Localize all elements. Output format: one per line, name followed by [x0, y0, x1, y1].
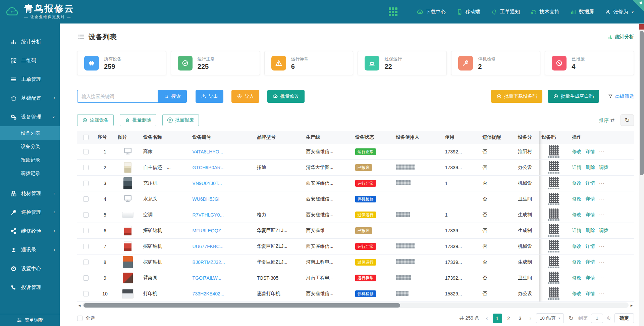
menu-adjust-button[interactable]: 菜单调整 — [0, 314, 60, 326]
search-input[interactable] — [77, 90, 158, 103]
user-menu[interactable]: 张修为 ∨ — [605, 9, 634, 15]
apps-grid-icon[interactable] — [389, 7, 397, 16]
next-page-button[interactable]: › — [528, 315, 533, 322]
row-checkbox[interactable] — [83, 196, 89, 202]
sidebar-item-二维码[interactable]: 二维码 — [0, 51, 60, 70]
device-code-link[interactable]: V4TA8LHYO... — [193, 149, 223, 154]
sidebar-item-维修经验[interactable]: 维修经验‹ — [0, 222, 60, 240]
stat-card-运行异常[interactable]: 运行异常6 — [264, 51, 354, 75]
op-删除[interactable]: 删除 — [586, 228, 595, 233]
topnav-item-数据屏[interactable]: 数据屏 — [570, 9, 594, 15]
device-photo-photo-drill[interactable] — [124, 241, 132, 251]
header-checkbox[interactable] — [83, 135, 89, 140]
scroll-left-arrow[interactable]: ◂ — [77, 303, 82, 308]
device-photo-photo-drill[interactable] — [124, 226, 132, 236]
more-actions-button[interactable]: ··· — [599, 196, 605, 201]
batch-scrap-button[interactable]: 废 批量报废 — [162, 114, 199, 126]
device-qrcode[interactable] — [548, 224, 560, 237]
goto-page-input[interactable] — [591, 314, 603, 323]
sidebar-item-基础配置[interactable]: 基础配置‹ — [0, 89, 60, 107]
add-device-button[interactable]: 添加设备 — [77, 114, 114, 126]
stat-card-过保运行[interactable]: 过保运行22 — [358, 51, 447, 75]
scroll-right-arrow[interactable]: ▸ — [629, 303, 634, 308]
device-qrcode[interactable] — [548, 287, 560, 300]
sidebar-subitem-设备分类[interactable]: 设备分类 — [0, 140, 60, 153]
device-qrcode[interactable] — [548, 272, 560, 284]
device-photo-photo-pump[interactable] — [123, 273, 133, 283]
sidebar-subitem-报废记录[interactable]: 报废记录 — [0, 153, 60, 167]
refresh-list-button[interactable]: ↻ — [569, 315, 574, 322]
row-checkbox[interactable] — [83, 228, 89, 233]
device-qrcode[interactable] — [548, 161, 560, 174]
device-code-link[interactable]: BJ0RTMZJ32... — [193, 260, 225, 265]
batch-generate-codes-button[interactable]: 批量生成空白码 — [548, 90, 599, 103]
op-修改[interactable]: 修改 — [572, 149, 582, 154]
device-qrcode[interactable] — [548, 208, 560, 221]
device-code-link[interactable]: WU6DH5JGI — [193, 196, 220, 202]
op-详情[interactable]: 详情 — [586, 180, 595, 186]
refresh-table-button[interactable]: ↻ — [621, 114, 634, 126]
op-详情[interactable]: 详情 — [586, 196, 595, 201]
hscroll-thumb[interactable] — [84, 303, 400, 308]
op-修改[interactable]: 修改 — [572, 212, 582, 217]
row-checkbox[interactable] — [83, 244, 89, 249]
export-button[interactable]: 导出 — [196, 90, 223, 103]
page-size-select[interactable]: 10 条/页 ▾ — [536, 313, 564, 323]
more-actions-button[interactable]: ··· — [599, 212, 605, 217]
import-button[interactable]: 导入 — [231, 90, 259, 103]
topnav-item-移动端[interactable]: 移动端 — [457, 9, 480, 15]
hscroll-track[interactable] — [83, 302, 629, 308]
device-photo-photo-light[interactable] — [124, 162, 131, 173]
row-checkbox[interactable] — [83, 260, 89, 265]
op-详情[interactable]: 详情 — [586, 275, 595, 280]
topnav-item-工单通知[interactable]: 工单通知 — [491, 9, 520, 15]
op-修改[interactable]: 修改 — [572, 259, 582, 265]
sidebar-item-投诉管理[interactable]: 投诉管理 — [0, 278, 60, 297]
sort-link[interactable]: 排序⇄ — [599, 117, 614, 124]
more-actions-button[interactable]: ··· — [599, 243, 605, 249]
device-photo-photo-ac[interactable] — [122, 212, 133, 218]
row-checkbox[interactable] — [83, 165, 89, 170]
search-button[interactable]: 搜索 — [158, 90, 187, 103]
more-actions-button[interactable]: ··· — [599, 149, 605, 154]
row-checkbox[interactable] — [83, 149, 89, 154]
device-code-link[interactable]: TGOI7AILW... — [193, 275, 221, 281]
device-qrcode[interactable] — [548, 256, 560, 268]
device-code-link[interactable]: R7VFHLGY0... — [193, 212, 224, 218]
row-checkbox[interactable] — [83, 212, 89, 218]
op-详情[interactable]: 详情 — [586, 212, 595, 217]
topnav-item-技术支持[interactable]: 技术支持 — [531, 9, 559, 15]
row-checkbox[interactable] — [83, 181, 89, 186]
more-actions-button[interactable]: ··· — [599, 291, 605, 296]
stat-card-运行正常[interactable]: 运行正常225 — [171, 51, 260, 75]
device-code-link[interactable]: MFR9LEQQZ... — [193, 228, 225, 233]
op-修改[interactable]: 修改 — [572, 275, 582, 280]
select-all-checkbox[interactable] — [77, 316, 83, 321]
sidebar-item-通讯录[interactable]: 通讯录‹ — [0, 240, 60, 259]
op-详情[interactable]: 详情 — [572, 228, 582, 233]
device-photo-photo-printer[interactable] — [122, 289, 133, 298]
stat-card-所有设备[interactable]: 所有设备259 — [77, 51, 166, 75]
sidebar-item-耗材管理[interactable]: 耗材管理‹ — [0, 184, 60, 203]
device-qrcode[interactable] — [548, 177, 560, 189]
device-code-link[interactable]: UU677FKBC... — [193, 244, 224, 249]
op-删除[interactable]: 删除 — [586, 165, 595, 170]
op-修改[interactable]: 修改 — [572, 180, 582, 186]
topnav-item-下载中心[interactable]: 下载中心 — [417, 9, 446, 15]
prev-page-button[interactable]: ‹ — [485, 315, 489, 322]
stats-analysis-link[interactable]: 统计分析 — [607, 34, 634, 40]
advanced-filter-link[interactable]: 高级筛选 — [608, 93, 634, 99]
sidebar-item-工单管理[interactable]: 工单管理 — [0, 70, 60, 89]
op-修改[interactable]: 修改 — [572, 196, 582, 201]
stat-card-停机检修[interactable]: 停机检修2 — [451, 51, 540, 75]
vscroll-thumb[interactable] — [640, 31, 644, 175]
select-all[interactable]: 全选 — [77, 315, 95, 321]
device-photo-photo-dark[interactable] — [123, 177, 132, 189]
more-actions-button[interactable]: ··· — [599, 259, 605, 265]
op-详情[interactable]: 详情 — [586, 259, 595, 265]
stat-card-已报废[interactable]: 已报废4 — [545, 51, 634, 75]
row-checkbox[interactable] — [83, 291, 89, 296]
batch-download-codes-button[interactable]: 批量下载设备码 — [491, 90, 542, 103]
more-actions-button[interactable]: ··· — [599, 275, 605, 280]
op-详情[interactable]: 详情 — [586, 243, 595, 249]
